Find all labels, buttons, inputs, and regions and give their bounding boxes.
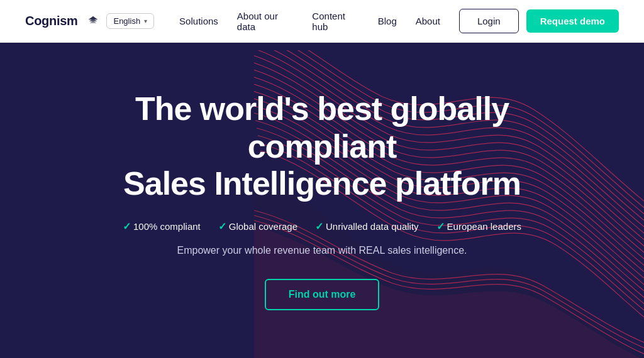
find-out-more-button[interactable]: Find out more [265,279,380,310]
hero-content: The world's best globally compliant Sale… [64,90,580,310]
hero-check-european: ✓ European leaders [436,220,521,232]
hero-section: .wave-line { fill: none; stroke: #e8315a… [0,43,644,358]
cognism-icon [86,14,100,28]
chevron-down-icon: ▾ [144,18,147,24]
nav-link-about[interactable]: About [416,16,440,26]
language-label: English [113,16,140,26]
navbar: Cognism English ▾ Solutions About our da… [0,0,644,43]
logo-text: Cognism [25,14,77,28]
hero-title: The world's best globally compliant Sale… [89,90,555,203]
nav-link-solutions[interactable]: Solutions [179,16,218,26]
login-button[interactable]: Login [459,9,519,33]
nav-link-blog[interactable]: Blog [378,16,397,26]
logo-icon [86,14,100,28]
hero-checks: ✓ 100% compliant ✓ Global coverage ✓ Unr… [89,220,555,232]
hero-check-compliant: ✓ 100% compliant [123,220,201,232]
language-selector[interactable]: English ▾ [106,13,154,29]
nav-links: Solutions About our data Content hub Blo… [179,11,440,32]
nav-link-content-hub[interactable]: Content hub [312,11,358,32]
hero-check-quality: ✓ Unrivalled data quality [315,220,419,232]
nav-link-about-our-data[interactable]: About our data [237,11,294,32]
request-demo-button[interactable]: Request demo [526,9,619,33]
hero-check-coverage: ✓ Global coverage [218,220,297,232]
logo-area: Cognism English ▾ [25,13,154,29]
hero-title-line2: Sales Intelligence platform [123,165,521,202]
hero-title-line1: The world's best globally compliant [135,90,509,165]
hero-subtitle: Empower your whole revenue team with REA… [89,245,555,256]
